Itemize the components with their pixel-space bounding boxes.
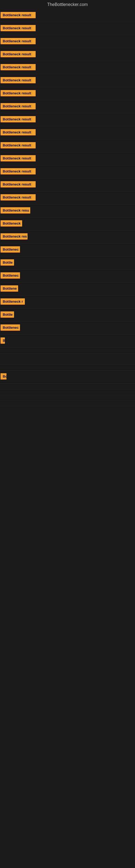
list-item: Bottleneck result [0,100,135,113]
list-item: Bottleneck result [0,179,135,191]
list-item: Bottle [0,309,135,322]
list-item: Bottleneck res [0,230,135,244]
bottleneck-result-bar[interactable]: Bottlenec [1,324,20,331]
bottleneck-result-bar[interactable]: Bottleneck result [1,64,36,70]
list-item: Bottle [0,257,135,270]
list-item: Bottleneck result [0,140,135,152]
list-item: Bottleneck result [0,48,135,61]
bottleneck-result-bar[interactable]: Bottle [1,259,14,266]
list-item [0,359,135,365]
list-item: Bottleneck [0,218,135,230]
site-title-text: TheBottlenecker.com [47,2,88,7]
list-item [0,401,135,406]
bottleneck-result-bar[interactable]: Bottleneck result [1,103,36,109]
bottleneck-result-bar[interactable]: Bottle [1,311,14,318]
bottleneck-result-bar[interactable]: Bottleneck result [1,116,36,122]
bottleneck-result-bar[interactable]: Bottleneck result [1,38,36,44]
bottleneck-result-bar[interactable]: Bottleneck result [1,129,36,135]
bottleneck-result-bar[interactable]: Bottleneck result [1,25,36,31]
bottleneck-result-bar[interactable]: Bottleneck result [1,168,36,175]
bottleneck-result-bar[interactable]: Bottleneck result [1,155,36,161]
list-item: Bottleneck resu [0,205,135,218]
list-item: Bo [0,371,135,383]
list-item [0,406,135,412]
list-item: Bottleneck result [0,126,135,140]
bottleneck-result-bar[interactable]: Bottleneck result [1,181,36,187]
bottleneck-result-bar[interactable]: Bottleneck result [1,194,36,200]
bottleneck-result-bar[interactable]: Bottleneck result [1,142,36,148]
list-item: Bottleneck result [0,22,135,35]
list-item: B [0,335,135,348]
list-item [0,383,135,389]
list-item: Bottleneck result [0,87,135,100]
list-item: Bottleneck result [0,35,135,48]
bottleneck-result-bar[interactable]: Bottleneck result [1,51,36,57]
bottleneck-result-bar[interactable]: Bottleneck [1,220,22,226]
list-item: Bottleneck result [0,152,135,165]
list-item [0,348,135,353]
bottleneck-result-bar[interactable]: Bottleneck r [1,299,25,305]
list-item [0,365,135,371]
list-item: Bottlenec [0,322,135,335]
list-item [0,395,135,401]
list-item [0,389,135,395]
list-item: Bottleneck result [0,165,135,179]
bottleneck-result-bar[interactable]: Bottleneck result [1,90,36,96]
list-item: Bottleneck r [0,296,135,309]
list-item: Bottlenec [0,270,135,283]
bottleneck-result-bar[interactable]: Bottlenec [1,246,20,252]
bottleneck-result-bar[interactable]: Bo [1,373,6,379]
bottleneck-result-bar[interactable]: Bottlenec [1,272,20,279]
list-item: Bottleneck result [0,113,135,126]
bottleneck-result-bar[interactable]: Bottleneck resu [1,207,30,214]
list-item: Bottleneck result [0,74,135,87]
list-item: Bottlenec [0,244,135,257]
list-item: Bottleneck result [0,191,135,205]
bottleneck-result-bar[interactable]: Bottleneck result [1,77,36,83]
rows-container: Bottleneck resultBottleneck resultBottle… [0,9,135,412]
bottleneck-result-bar[interactable]: Bottleneck res [1,233,28,240]
list-item: Bottlene [0,283,135,296]
site-title-bar: TheBottlenecker.com [0,0,135,9]
bottleneck-result-bar[interactable]: B [1,337,5,344]
bottleneck-result-bar[interactable]: Bottleneck result [1,12,36,18]
list-item: Bottleneck result [0,61,135,74]
list-item: Bottleneck result [0,9,135,22]
list-item [0,353,135,359]
bottleneck-result-bar[interactable]: Bottlene [1,285,18,291]
